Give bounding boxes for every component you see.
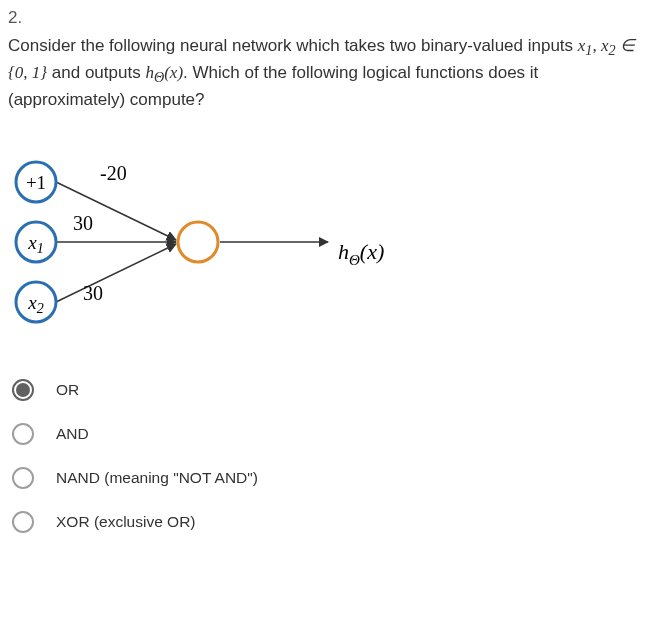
option-and[interactable]: AND	[12, 423, 644, 445]
stem-h: hΘ(x)	[145, 63, 183, 82]
weight-bias: -20	[100, 162, 127, 184]
svg-line-2	[56, 244, 176, 302]
weight-x1: 30	[73, 212, 93, 234]
option-nand[interactable]: NAND (meaning "NOT AND")	[12, 467, 644, 489]
option-label: AND	[56, 423, 89, 445]
option-xor[interactable]: XOR (exclusive OR)	[12, 511, 644, 533]
radio-icon	[12, 467, 34, 489]
x2-sub: 2	[37, 301, 44, 316]
question-number: 2.	[8, 6, 644, 30]
option-or[interactable]: OR	[12, 379, 644, 401]
radio-icon	[12, 511, 34, 533]
option-label: NAND (meaning "NOT AND")	[56, 467, 258, 489]
option-label: XOR (exclusive OR)	[56, 511, 196, 533]
option-label: OR	[56, 379, 79, 401]
output-node	[178, 222, 218, 262]
stem-mid: and outputs	[47, 63, 145, 82]
question-stem: Consider the following neural network wh…	[8, 34, 644, 112]
bias-label: +1	[26, 172, 46, 193]
weight-x2: 30	[83, 282, 103, 304]
x1-sub: 1	[37, 241, 44, 256]
radio-icon	[12, 379, 34, 401]
radio-icon	[12, 423, 34, 445]
network-diagram: +1 x1 x2 -20 30 30 hΘ(x)	[8, 152, 644, 339]
output-label: hΘ(x)	[338, 239, 384, 268]
stem-pre: Consider the following neural network wh…	[8, 36, 578, 55]
answer-options: OR AND NAND (meaning "NOT AND") XOR (exc…	[8, 379, 644, 533]
